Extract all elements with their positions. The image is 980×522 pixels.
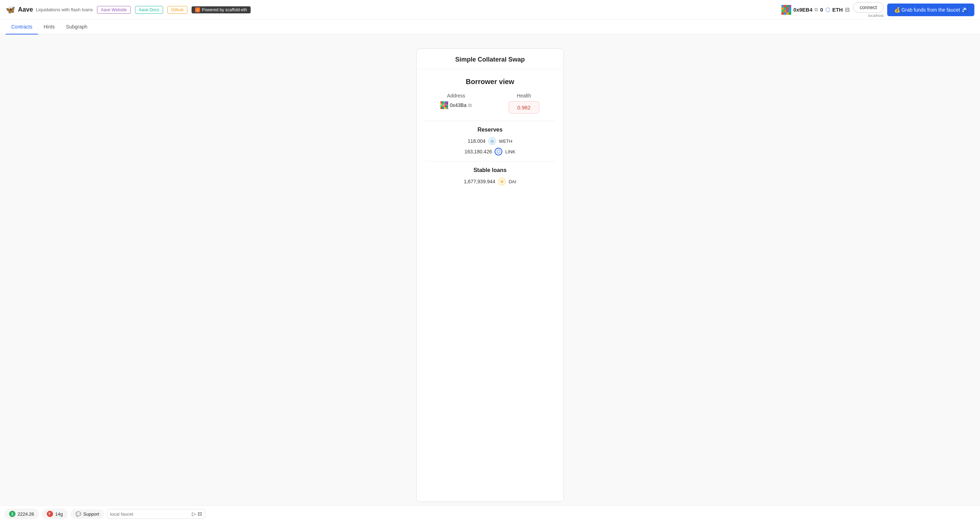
reserve-weth: 118.004 ◎ WETH	[425, 137, 555, 145]
svg-rect-31	[442, 107, 444, 109]
bottom-bar: $ 2224.26 ⛽ 14g 💬 Support ▷ ⊟	[0, 506, 980, 516]
copy-address-icon[interactable]: ⧉	[815, 7, 818, 13]
svg-rect-26	[441, 105, 442, 107]
nav-tabs: Contracts Hints Subgraph	[0, 20, 980, 35]
borrower-info-grid: Address	[425, 93, 555, 113]
weth-amount: 118.004	[468, 138, 486, 144]
faucet-book-icon[interactable]: ⊟	[197, 511, 202, 516]
svg-rect-8	[789, 7, 791, 10]
faucet-input[interactable]	[110, 511, 191, 516]
svg-rect-18	[441, 101, 442, 103]
borrower-avatar-icon	[441, 101, 448, 109]
wallet-right-block: connect localhost	[853, 2, 884, 18]
logo-icon: 🦋	[6, 5, 15, 14]
svg-rect-28	[444, 105, 446, 107]
tab-subgraph[interactable]: Subgraph	[60, 20, 93, 35]
faucet-button[interactable]: 💰 Grab funds from the faucet 🚰	[887, 3, 974, 16]
svg-rect-4	[789, 5, 791, 7]
aave-docs-badge[interactable]: Aave Docs	[135, 6, 163, 14]
wallet-address: 0x9EB4	[793, 7, 812, 13]
card-body: Borrower view Address	[417, 69, 563, 196]
logo-text: Aave	[18, 6, 33, 13]
card-title: Simple Collateral Swap	[417, 49, 563, 69]
eth-label: ETH	[832, 7, 843, 13]
svg-rect-33	[446, 107, 448, 109]
svg-rect-5	[781, 7, 784, 10]
wallet-area: 0x9EB4 ⧉ 0 ⬡ ETH ⊟	[781, 5, 850, 15]
stable-loans-section: Stable loans 1,677,939.944 ⊕ DAI	[425, 167, 555, 185]
weth-label: WETH	[499, 139, 512, 144]
link-label: LINK	[505, 149, 515, 155]
weth-icon: ◎	[488, 137, 496, 145]
header-subtitle: Liquidations with flash loans	[36, 7, 93, 12]
logo-area: 🦋 Aave Liquidations with flash loans	[6, 5, 93, 14]
health-label: Health	[517, 93, 531, 99]
divider-1	[425, 121, 555, 121]
svg-rect-22	[441, 103, 442, 105]
header: 🦋 Aave Liquidations with flash loans Aav…	[0, 0, 980, 20]
loan-dai: 1,677,939.944 ⊕ DAI	[425, 178, 555, 185]
header-left: 🦋 Aave Liquidations with flash loans Aav…	[6, 5, 781, 14]
wallet-avatar-icon	[781, 5, 791, 15]
connect-button[interactable]: connect	[853, 2, 884, 13]
reserve-link: 163,180.426 ⬡ LINK	[425, 148, 555, 155]
divider-2	[425, 161, 555, 161]
address-value: 0x43Ba ⧉	[441, 101, 472, 109]
copy-borrower-icon[interactable]: ⧉	[468, 102, 472, 109]
svg-rect-23	[442, 103, 444, 105]
svg-rect-29	[446, 105, 448, 107]
dai-amount: 1,677,939.944	[464, 179, 495, 184]
svg-rect-24	[444, 103, 446, 105]
tab-hints[interactable]: Hints	[38, 20, 60, 35]
header-right: 0x9EB4 ⧉ 0 ⬡ ETH ⊟ connect localhost 💰 G…	[781, 2, 974, 18]
svg-rect-16	[789, 12, 791, 15]
svg-rect-7	[786, 7, 789, 10]
scaffold-icon: ⚡	[195, 7, 200, 12]
svg-rect-10	[784, 10, 786, 12]
svg-rect-15	[786, 12, 789, 15]
svg-rect-3	[786, 5, 789, 7]
wallet-action-icon[interactable]: ⊟	[845, 6, 850, 13]
reserves-section: Reserves 118.004 ◎ WETH 163,180.426 ⬡ LI…	[425, 127, 555, 155]
faucet-input-area: ▷ ⊟	[107, 509, 205, 516]
address-col: Address	[425, 93, 487, 113]
balance-value: 2224.26	[18, 511, 34, 516]
svg-rect-11	[786, 10, 789, 12]
link-amount: 163,180.426	[465, 149, 492, 155]
health-value: 0.982	[509, 101, 539, 113]
network-label: localhost	[853, 13, 884, 18]
borrower-address: 0x43Ba	[450, 102, 466, 108]
eth-balance: 0	[820, 7, 823, 13]
gas-icon: ⛽	[47, 511, 53, 516]
gas-stat[interactable]: ⛽ 14g	[42, 509, 68, 516]
svg-rect-19	[442, 101, 444, 103]
eth-icon: ⬡	[825, 6, 830, 13]
address-label: Address	[447, 93, 465, 99]
svg-rect-30	[441, 107, 442, 109]
svg-rect-13	[781, 12, 784, 15]
svg-rect-2	[784, 5, 786, 7]
balance-icon: $	[9, 511, 16, 516]
support-label: Support	[83, 511, 99, 516]
svg-rect-12	[789, 10, 791, 12]
github-badge[interactable]: Github	[167, 6, 187, 14]
dai-label: DAI	[509, 179, 516, 184]
balance-stat[interactable]: $ 2224.26	[4, 509, 39, 516]
scaffold-eth-badge[interactable]: ⚡ Powered by scaffold-eth	[192, 6, 251, 13]
svg-rect-32	[444, 107, 446, 109]
svg-rect-20	[444, 101, 446, 103]
dai-icon: ⊕	[498, 178, 506, 185]
support-button[interactable]: 💬 Support	[71, 509, 104, 516]
link-icon: ⬡	[495, 148, 502, 155]
stable-loans-title: Stable loans	[425, 167, 555, 173]
svg-rect-14	[784, 12, 786, 15]
support-icon: 💬	[76, 511, 81, 516]
main-content: Simple Collateral Swap Borrower view Add…	[0, 35, 980, 516]
svg-rect-25	[446, 103, 448, 105]
faucet-send-icon[interactable]: ▷	[191, 511, 197, 516]
tab-contracts[interactable]: Contracts	[6, 20, 38, 35]
reserves-title: Reserves	[425, 127, 555, 133]
svg-rect-27	[442, 105, 444, 107]
aave-website-badge[interactable]: Aave Website	[97, 6, 131, 14]
svg-rect-6	[784, 7, 786, 10]
